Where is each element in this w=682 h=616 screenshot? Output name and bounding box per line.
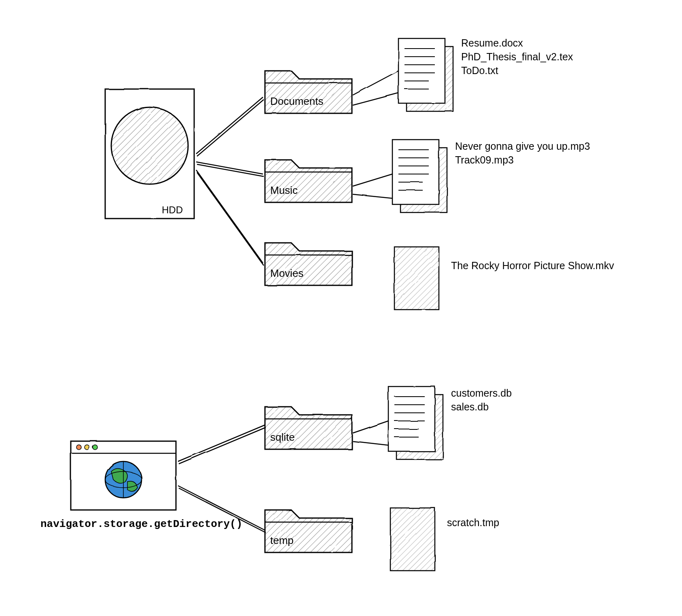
file-item: scratch.tmp — [447, 516, 499, 530]
svg-line-8 — [196, 170, 263, 263]
files-temp-icon — [390, 508, 435, 571]
file-item: Track09.mp3 — [455, 153, 590, 167]
svg-line-48 — [353, 421, 388, 433]
file-item: sales.db — [451, 400, 512, 414]
api-label: navigator.storage.getDirectory() — [40, 518, 242, 530]
folder-movies-label: Movies — [270, 267, 303, 280]
svg-line-49 — [353, 441, 388, 445]
svg-line-11 — [353, 71, 398, 95]
svg-line-4 — [196, 97, 263, 154]
svg-line-7 — [197, 164, 264, 176]
svg-line-23 — [353, 194, 392, 198]
files-documents-list: Resume.docx PhD_Thesis_final_v2.tex ToDo… — [461, 36, 573, 77]
svg-point-38 — [85, 445, 89, 450]
svg-point-39 — [93, 445, 97, 450]
hdd-label: HDD — [162, 204, 183, 216]
folder-temp-label: temp — [270, 534, 294, 547]
files-documents-icon — [398, 38, 453, 111]
svg-point-37 — [76, 445, 81, 450]
folder-documents-label: Documents — [270, 95, 324, 108]
browser-window-icon — [71, 441, 176, 510]
files-movies-icon — [394, 247, 439, 310]
svg-point-3 — [111, 107, 188, 184]
connector-documents-files — [353, 71, 398, 105]
connector-lines-bottom — [178, 425, 266, 533]
svg-line-44 — [179, 427, 266, 464]
connector-music-files — [353, 174, 392, 198]
connector-sqlite-files — [353, 421, 388, 445]
files-temp-list: scratch.tmp — [447, 516, 499, 530]
folder-music-label: Music — [270, 184, 298, 197]
svg-line-9 — [197, 172, 264, 266]
file-item: Resume.docx — [461, 36, 573, 50]
svg-line-22 — [353, 174, 392, 186]
file-item: PhD_Thesis_final_v2.tex — [461, 50, 573, 64]
folder-sqlite-label: sqlite — [270, 431, 295, 444]
files-music-icon — [392, 140, 447, 212]
svg-line-43 — [178, 425, 265, 461]
svg-line-6 — [196, 162, 263, 174]
files-movies-list: The Rocky Horror Picture Show.mkv — [451, 259, 614, 273]
connector-lines-top — [196, 97, 264, 266]
files-music-list: Never gonna give you up.mp3 Track09.mp3 — [455, 140, 590, 167]
svg-rect-34 — [394, 247, 439, 310]
file-item: customers.db — [451, 387, 512, 400]
hdd-icon — [105, 89, 194, 219]
svg-line-5 — [197, 100, 264, 156]
svg-rect-60 — [390, 508, 435, 571]
file-item: Never gonna give you up.mp3 — [455, 140, 590, 153]
files-sqlite-list: customers.db sales.db — [451, 387, 512, 414]
svg-line-12 — [353, 93, 398, 105]
file-item: ToDo.txt — [461, 64, 573, 78]
files-sqlite-icon — [388, 387, 443, 459]
file-item: The Rocky Horror Picture Show.mkv — [451, 259, 614, 273]
